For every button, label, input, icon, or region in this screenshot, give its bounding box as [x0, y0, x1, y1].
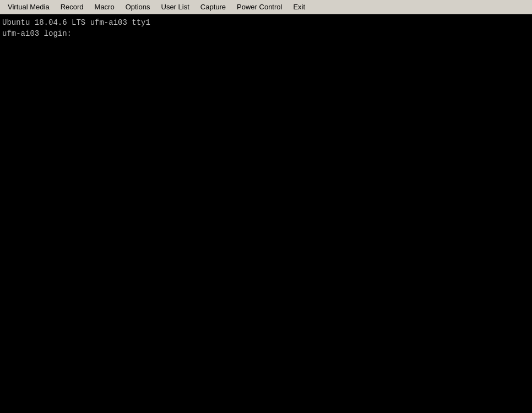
menu-item-exit[interactable]: Exit — [287, 0, 311, 14]
menu-item-macro[interactable]: Macro — [89, 0, 120, 14]
menu-item-record[interactable]: Record — [55, 0, 89, 14]
terminal-line-2: ufm-ai03 login: — [2, 29, 530, 40]
menubar: Virtual Media Record Macro Options User … — [0, 0, 532, 14]
menu-item-capture[interactable]: Capture — [195, 0, 231, 14]
terminal-line-0: Ubuntu 18.04.6 LTS ufm-ai03 tty1 — [2, 18, 530, 29]
menu-item-options[interactable]: Options — [120, 0, 156, 14]
menu-item-virtual-media[interactable]: Virtual Media — [2, 0, 55, 14]
menu-item-user-list[interactable]: User List — [156, 0, 195, 14]
menu-item-power-control[interactable]: Power Control — [231, 0, 287, 14]
terminal-screen[interactable]: Ubuntu 18.04.6 LTS ufm-ai03 tty1 ufm-ai0… — [0, 14, 532, 413]
